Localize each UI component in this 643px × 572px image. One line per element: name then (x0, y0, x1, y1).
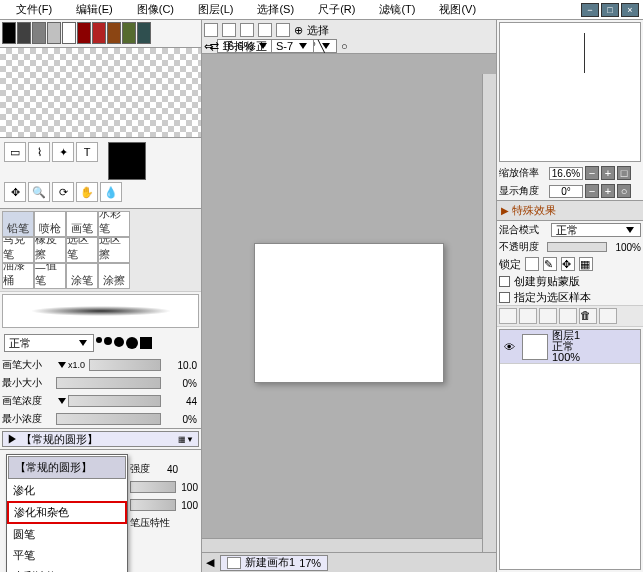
layer-item[interactable]: 👁 图层1 正常 100% (500, 330, 640, 364)
navigator[interactable] (499, 22, 641, 162)
menu-ruler[interactable]: 尺子(R) (306, 2, 367, 17)
angle-reset-button[interactable]: ○ (617, 184, 631, 198)
swatch[interactable] (122, 22, 136, 44)
blend-mode-combo[interactable]: 正常 (4, 334, 94, 352)
merge-button[interactable] (599, 308, 617, 324)
brush-selpen[interactable]: 选区笔 (66, 237, 98, 263)
vertical-scrollbar[interactable] (482, 74, 496, 552)
size-menu-icon[interactable] (58, 362, 66, 368)
hand-tool[interactable]: ✋ (76, 182, 98, 202)
lasso-tool[interactable]: ⌇ (28, 142, 50, 162)
canvas[interactable] (254, 243, 444, 383)
rect-select-tool[interactable]: ▭ (4, 142, 26, 162)
mindensity-slider[interactable] (56, 413, 161, 425)
tab-prev-icon[interactable]: ◀ (206, 556, 214, 569)
dropdown-item[interactable]: 水彩波纹 (7, 566, 127, 572)
brush-bucket[interactable]: 油漆桶 (2, 263, 34, 289)
menu-filter[interactable]: 滤镜(T) (367, 2, 427, 17)
visibility-icon[interactable]: 👁 (500, 341, 518, 353)
brush-binary[interactable]: 二值笔 (34, 263, 66, 289)
horizontal-scrollbar[interactable] (202, 538, 482, 552)
lock-paint-icon[interactable]: ✎ (543, 257, 557, 271)
brush-shape-combo[interactable]: ▶ 【常规的圆形】▦▼ (2, 431, 199, 447)
brush-pencil[interactable]: 铅笔 (2, 211, 34, 237)
brush-size-dots[interactable] (96, 337, 152, 349)
assel-checkbox[interactable] (499, 292, 510, 303)
lock-all-icon[interactable]: ▦ (579, 257, 593, 271)
swatch[interactable] (137, 22, 151, 44)
move-tool[interactable]: ✥ (4, 182, 26, 202)
swatch[interactable] (47, 22, 61, 44)
canvas-area[interactable] (202, 74, 496, 552)
swatch[interactable] (92, 22, 106, 44)
brush-eraser[interactable]: 橡皮擦 (34, 237, 66, 263)
density-slider[interactable] (68, 395, 161, 407)
brush-smudge[interactable]: 涂笔 (66, 263, 98, 289)
zoom-out-button[interactable]: − (585, 166, 599, 180)
fx-header[interactable]: ▶ 特殊效果 (497, 200, 643, 221)
text-tool[interactable]: T (76, 142, 98, 162)
swatch[interactable] (62, 22, 76, 44)
opacity-slider[interactable] (547, 242, 607, 252)
swatch[interactable] (32, 22, 46, 44)
swatch[interactable] (17, 22, 31, 44)
foreground-color[interactable] (108, 142, 146, 180)
clear-button[interactable] (559, 308, 577, 324)
wand-tool[interactable]: ✦ (52, 142, 74, 162)
menu-select[interactable]: 选择(S) (245, 2, 306, 17)
brush-watercolor[interactable]: 水彩笔 (98, 211, 130, 237)
extra-slider[interactable] (130, 481, 176, 493)
zoom-value[interactable]: 16.6% (549, 167, 583, 180)
new-layer-button[interactable] (499, 308, 517, 324)
size-slider[interactable] (89, 359, 161, 371)
angle-ccw-button[interactable]: − (585, 184, 599, 198)
reset-angle-icon[interactable]: ○ (341, 40, 348, 52)
minimize-button[interactable]: − (581, 3, 599, 17)
opt-btn[interactable] (240, 23, 254, 37)
eyedropper-tool[interactable]: 💧 (100, 182, 122, 202)
dropdown-current[interactable]: 【常规的圆形】 (8, 456, 126, 479)
dropdown-item-highlighted[interactable]: 渗化和杂色 (7, 501, 127, 524)
opt-btn[interactable] (204, 23, 218, 37)
zoom-fit-button[interactable]: □ (617, 166, 631, 180)
density-menu-icon[interactable] (58, 398, 66, 404)
opt-btn[interactable] (276, 23, 290, 37)
menu-file[interactable]: 文件(F) (4, 2, 64, 17)
line-icon[interactable]: ╲ (318, 40, 325, 53)
rotate-tool[interactable]: ⟳ (52, 182, 74, 202)
minsize-slider[interactable] (56, 377, 161, 389)
layer-blend-combo[interactable]: 正常 (551, 223, 641, 237)
clip-checkbox[interactable] (499, 276, 510, 287)
menu-image[interactable]: 图像(C) (125, 2, 186, 17)
maximize-button[interactable]: □ (601, 3, 619, 17)
dropdown-item[interactable]: 渗化 (7, 480, 127, 501)
document-tab[interactable]: 新建画布1 17% (220, 555, 328, 571)
lock-pixels-icon[interactable] (525, 257, 539, 271)
zoom-in-button[interactable]: + (601, 166, 615, 180)
angle-cw-button[interactable]: + (601, 184, 615, 198)
brush-brush[interactable]: 画笔 (66, 211, 98, 237)
swatch[interactable] (107, 22, 121, 44)
opt-btn[interactable] (222, 23, 236, 37)
menu-edit[interactable]: 编辑(E) (64, 2, 125, 17)
new-group-button[interactable] (519, 308, 537, 324)
dropdown-item[interactable]: 平笔 (7, 545, 127, 566)
zoom-tool[interactable]: 🔍 (28, 182, 50, 202)
dropdown-item[interactable]: 圆笔 (7, 524, 127, 545)
angle-value[interactable]: 0° (549, 185, 583, 198)
brush-smudge-erase[interactable]: 涂擦 (98, 263, 130, 289)
close-button[interactable]: × (621, 3, 639, 17)
menu-view[interactable]: 视图(V) (427, 2, 488, 17)
stabilizer-combo[interactable]: S-7 (271, 39, 314, 53)
brush-selerase[interactable]: 选区擦 (98, 237, 130, 263)
mask-button[interactable] (539, 308, 557, 324)
brush-airbrush[interactable]: 喷枪 (34, 211, 66, 237)
extra-slider[interactable] (130, 499, 176, 511)
lock-move-icon[interactable]: ✥ (561, 257, 575, 271)
swatch[interactable] (77, 22, 91, 44)
opt-btn[interactable] (258, 23, 272, 37)
brush-marker[interactable]: 马克笔 (2, 237, 34, 263)
scratchpad[interactable] (0, 48, 201, 138)
delete-layer-button[interactable]: 🗑 (579, 308, 597, 324)
swatch[interactable] (2, 22, 16, 44)
